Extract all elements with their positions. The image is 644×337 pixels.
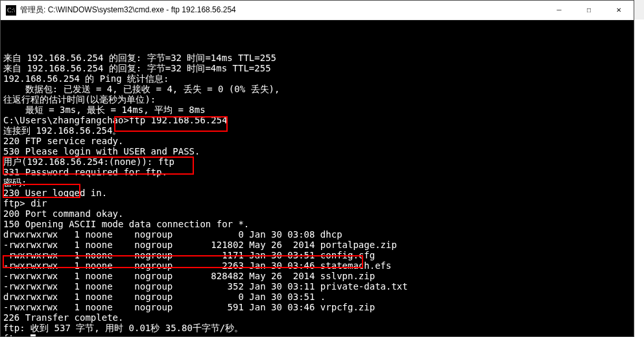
maximize-icon: □ [587,6,591,14]
terminal-line: -rwxrwxrwx 1 noone nogroup 591 Jan 30 03… [3,302,631,312]
cursor [30,334,36,336]
terminal-line: 530 Please login with USER and PASS. [3,146,631,156]
terminal-line: drwxrwxrwx 1 noone nogroup 0 Jan 30 03:0… [3,229,631,240]
terminal-line: ftp> [3,333,631,336]
terminal-line: 331 Password required for ftp. [3,167,631,177]
terminal-line: 往返行程的估计时间(以毫秒为单位): [3,94,631,105]
terminal-line: 226 Transfer complete. [3,312,631,323]
window-title: 管理员: C:\WINDOWS\system32\cmd.exe - ftp 1… [20,5,236,16]
titlebar[interactable]: C:\ 管理员: C:\WINDOWS\system32\cmd.exe - f… [1,1,634,20]
terminal-line: -rwxrwxrwx 1 noone nogroup 121802 May 26… [3,240,631,250]
terminal-line: C:\Users\zhangfangchao>ftp 192.168.56.25… [3,115,631,125]
terminal-line: 连接到 192.168.56.254。 [3,125,631,136]
terminal-line: 230 User logged in. [3,188,631,198]
terminal-line: ftp: 收到 537 字节, 用时 0.01秒 35.80千字节/秒。 [3,323,631,333]
terminal-line: ftp> dir [3,198,631,208]
terminal-line: 200 Port command okay. [3,208,631,219]
maximize-button[interactable]: □ [574,1,604,20]
svg-text:C:\: C:\ [7,6,15,14]
terminal-line: 密码: [3,177,631,188]
terminal-line: 数据包: 已发送 = 4, 已接收 = 4, 丢失 = 0 (0% 丢失), [3,84,631,94]
cmd-window: C:\ 管理员: C:\WINDOWS\system32\cmd.exe - f… [0,0,634,337]
terminal-line: 来自 192.168.56.254 的回复: 字节=32 时间=14ms TTL… [3,53,631,63]
minimize-icon: ─ [556,6,561,14]
close-icon: ✕ [616,6,621,14]
cmd-icon: C:\ [6,5,16,16]
terminal-line: 来自 192.168.56.254 的回复: 字节=32 时间=4ms TTL=… [3,63,631,73]
terminal-line: -rwxrwxrwx 1 noone nogroup 2263 Jan 30 0… [3,260,631,271]
terminal-line: 150 Opening ASCII mode data connection f… [3,219,631,229]
close-button[interactable]: ✕ [604,1,634,20]
terminal-line: -rwxrwxrwx 1 noone nogroup 352 Jan 30 03… [3,281,631,292]
terminal-line: 用户(192.168.56.254:(none)): ftp [3,156,631,167]
terminal-output[interactable]: 来自 192.168.56.254 的回复: 字节=32 时间=14ms TTL… [1,20,634,336]
terminal-line: drwxrwxrwx 1 noone nogroup 0 Jan 30 03:5… [3,292,631,302]
terminal-line: 最短 = 3ms, 最长 = 14ms, 平均 = 8ms [3,105,631,115]
terminal-line: -rwxrwxrwx 1 noone nogroup 1171 Jan 30 0… [3,250,631,260]
terminal-line: 220 FTP service ready. [3,136,631,146]
terminal-line: 192.168.56.254 的 Ping 统计信息: [3,73,631,84]
terminal-line: -rwxrwxrwx 1 noone nogroup 828482 May 26… [3,271,631,281]
background-window-sliver [634,19,644,337]
minimize-button[interactable]: ─ [544,1,574,20]
